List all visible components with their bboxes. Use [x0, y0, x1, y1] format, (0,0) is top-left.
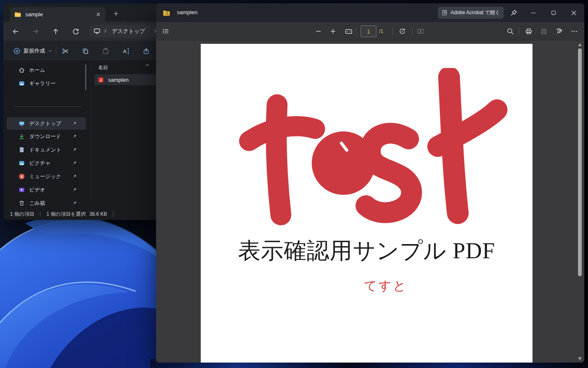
sidebar-item-downloads[interactable]: ダウンロード — [7, 130, 86, 143]
close-icon — [570, 10, 577, 16]
scrollbar-thumb[interactable] — [578, 48, 582, 276]
search-button[interactable] — [504, 25, 517, 38]
sidebar-item-home[interactable]: ホーム — [7, 64, 86, 76]
breadcrumb-chevron-icon — [103, 29, 108, 33]
open-in-acrobat-label: Adobe Acrobat で開く — [451, 9, 500, 16]
sidebar-item-pictures[interactable]: ピクチャ — [7, 157, 86, 169]
table-of-contents-button[interactable] — [159, 25, 172, 38]
search-icon — [507, 28, 514, 35]
zoom-in-button[interactable] — [327, 25, 339, 38]
document-icon — [18, 146, 25, 153]
zoom-out-button[interactable] — [312, 25, 325, 38]
rename-button[interactable]: A — [119, 44, 133, 58]
toc-list-icon — [162, 28, 169, 35]
maximize-icon — [550, 10, 557, 16]
document-subtitle: てすと — [220, 277, 552, 295]
new-tab-button[interactable] — [111, 9, 121, 19]
pin-icon — [72, 174, 78, 179]
paste-button[interactable] — [99, 44, 112, 58]
copy-button[interactable] — [78, 44, 92, 58]
open-in-acrobat-button[interactable]: Adobe Acrobat で開く — [438, 7, 504, 19]
status-divider — [113, 212, 114, 217]
close-button[interactable] — [564, 3, 583, 22]
arrow-right-icon — [32, 28, 39, 35]
refresh-button[interactable] — [69, 25, 82, 38]
refresh-icon — [72, 28, 79, 35]
arrow-up-icon — [52, 28, 59, 35]
page-total-label: /1 — [379, 28, 384, 34]
download-icon — [18, 133, 25, 140]
save-icon — [540, 28, 548, 35]
toolbar-divider — [356, 27, 356, 35]
back-button[interactable] — [9, 25, 22, 38]
forward-button[interactable] — [29, 25, 42, 38]
breadcrumb-desktop[interactable]: デスクトップ — [112, 28, 145, 35]
pin-icon — [72, 147, 78, 153]
vertical-scrollbar[interactable] — [576, 42, 583, 362]
pane-divider — [91, 63, 91, 207]
sidebar-item-documents[interactable]: ドキュメント — [7, 144, 86, 156]
maximize-button[interactable] — [544, 3, 563, 22]
fit-to-width-button[interactable] — [342, 25, 355, 38]
up-button[interactable] — [49, 25, 62, 38]
cut-button[interactable] — [58, 44, 72, 58]
scissors-icon — [62, 48, 69, 55]
toolbar-divider — [519, 27, 519, 35]
print-button[interactable] — [522, 25, 535, 38]
scroll-up-arrow[interactable] — [578, 43, 582, 47]
rotate-icon — [399, 28, 406, 35]
recycle-bin-icon — [18, 200, 25, 207]
svg-text:A: A — [123, 48, 126, 53]
two-page-view-button[interactable] — [414, 25, 427, 38]
music-icon — [18, 173, 25, 180]
chevron-down-icon — [48, 49, 52, 53]
copy-icon — [82, 48, 89, 55]
status-divider — [40, 212, 40, 217]
tab-label: sample — [25, 11, 96, 18]
two-page-icon — [417, 28, 424, 35]
minimize-icon — [530, 10, 537, 16]
sidebar-divider — [13, 106, 82, 107]
document-title: 表示確認用サンプル PDF — [201, 236, 532, 266]
file-row-samplen[interactable]: samplen — [94, 74, 157, 85]
new-item-button[interactable]: 新規作成 — [9, 44, 56, 58]
status-item-count: 1 個の項目 — [10, 211, 34, 218]
rotate-button[interactable] — [396, 25, 409, 38]
page-number-value: 1 — [367, 28, 370, 35]
print-icon — [525, 28, 532, 35]
paste-icon — [102, 48, 109, 55]
status-selection: 1 個の項目を選択 — [46, 211, 86, 218]
sidebar-item-desktop[interactable]: デスクトップ — [7, 117, 86, 130]
pin-icon — [72, 187, 78, 193]
minimize-button[interactable] — [524, 3, 543, 22]
plus-icon — [330, 28, 336, 35]
more-options-button[interactable] — [568, 25, 580, 38]
gallery-icon — [18, 80, 25, 87]
sidebar-item-gallery[interactable]: ギャラリー — [7, 77, 86, 90]
save-as-button[interactable] — [553, 25, 565, 38]
save-button[interactable] — [538, 25, 550, 38]
pdf-toolbar: 1 /1 — [156, 22, 584, 40]
pdf-title-bar: samplen Adobe Acrobat で開く — [156, 3, 584, 22]
explorer-tab-sample[interactable]: sample — [10, 7, 105, 22]
sidebar-item-music[interactable]: ミュージック — [7, 170, 86, 183]
tab-close-icon[interactable] — [96, 12, 101, 17]
doodle-s — [366, 133, 411, 212]
fit-width-icon — [345, 28, 353, 35]
folder-icon — [14, 11, 21, 18]
sidebar-item-recycle-bin[interactable]: ごみ箱 — [7, 197, 86, 209]
video-icon — [18, 187, 25, 193]
sidebar-item-videos[interactable]: ビデオ — [7, 184, 86, 196]
sort-chevron-up-icon[interactable] — [145, 63, 150, 68]
column-header-name[interactable]: 名前 — [98, 64, 108, 71]
page-number-input[interactable]: 1 — [361, 25, 376, 37]
this-pc-icon — [93, 28, 101, 35]
file-name: samplen — [108, 77, 129, 83]
scroll-down-arrow[interactable] — [578, 357, 582, 361]
sidebar-scrollbar[interactable] — [85, 64, 86, 90]
pin-window-button[interactable] — [505, 3, 522, 22]
preview-app-icon — [162, 9, 171, 17]
pdf-content-area: 表示確認用サンプル PDF てすと — [156, 40, 584, 363]
share-button[interactable] — [139, 44, 153, 58]
desktop-icon — [18, 120, 25, 127]
